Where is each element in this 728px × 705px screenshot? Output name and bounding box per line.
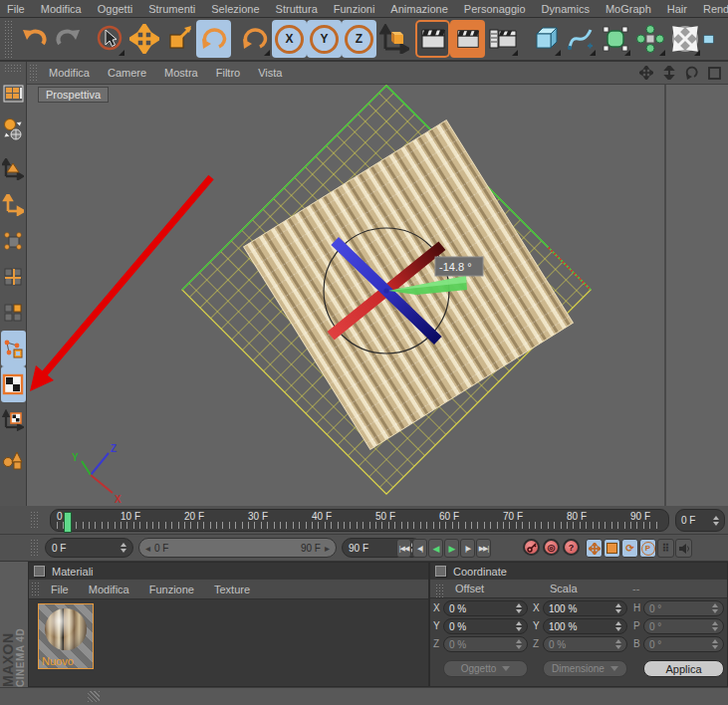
point-mode-button[interactable] [1,223,26,259]
previous-frame-button[interactable]: ◀| [412,539,427,558]
scale-z-field[interactable]: 0 % [543,636,627,652]
menu-struttura[interactable]: Struttura [276,3,318,15]
layout-grid-button[interactable] [1,76,26,112]
record-keyframe-button[interactable] [523,539,540,556]
add-spline-button[interactable] [563,20,598,58]
object-library-button[interactable] [1,442,26,478]
vp-menu-camere[interactable]: Camere [108,67,146,79]
materials-menu-grip[interactable] [31,582,41,596]
materials-list[interactable]: Nuovo [29,599,428,686]
viewport-canvas[interactable]: -14.8 ° Z Y X [27,85,728,506]
viewport-maximize-icon[interactable] [707,66,722,81]
material-item[interactable]: Nuovo [38,603,94,669]
menu-dynamics[interactable]: Dynamics [542,3,590,15]
sound-toggle[interactable] [675,539,692,558]
mat-menu-texture[interactable]: Texture [214,584,250,595]
applica-button[interactable]: Applica [643,660,724,677]
range-right-arrow-icon[interactable]: ▸ [325,543,330,554]
menu-selezione[interactable]: Selezione [211,3,259,15]
coordinate-system-button[interactable] [376,20,411,58]
mat-menu-modifica[interactable]: Modifica [89,584,129,595]
camera-label[interactable]: Prospettiva [38,87,109,103]
timeline-ruler[interactable]: 0 F 10 F 20 F 30 F 40 F 50 F 60 F 70 F 8… [50,509,669,532]
field-spinner[interactable] [610,639,621,649]
status-grip[interactable] [88,691,100,702]
field-spinner[interactable] [707,639,718,649]
key-position-toggle[interactable] [586,539,603,558]
redo-button[interactable] [51,20,86,58]
active-tool-rotate-button[interactable] [237,20,272,58]
coordinate-titlebar[interactable]: Coordinate [430,563,727,580]
timeline-playhead[interactable] [64,512,72,533]
offset-x-field[interactable]: 0 % [443,600,528,616]
render-settings-button[interactable] [485,20,520,58]
key-parameter-toggle[interactable]: P [639,539,656,558]
edge-mode-button[interactable] [1,259,26,295]
vp-menu-filtro[interactable]: Filtro [216,67,240,79]
go-to-start-button[interactable]: |◀◀ [396,539,411,558]
mat-menu-funzione[interactable]: Funzione [149,584,194,595]
y-axis-lock-button[interactable]: Y [307,20,342,58]
field-spinner[interactable] [610,621,621,631]
preview-range-slider[interactable]: ◂ 0 F 90 F ▸ [138,538,337,558]
vp-menu-modifica[interactable]: Modifica [49,67,90,79]
scale-y-field[interactable]: 100 % [543,618,627,634]
frame-field-spinner[interactable] [116,543,126,553]
sidebar-grip[interactable] [4,64,22,73]
materials-titlebar[interactable]: Materiali [29,563,428,580]
model-mode-button[interactable] [1,151,26,187]
key-pla-toggle[interactable]: ⠿ [657,539,674,558]
field-spinner[interactable] [707,621,718,631]
offset-y-field[interactable]: 0 % [443,618,528,634]
mat-menu-file[interactable]: File [51,584,69,595]
dimensione-dropdown[interactable]: Dimensione [543,660,627,677]
transport-grip[interactable] [30,539,40,557]
menu-mograph[interactable]: MoGraph [606,3,651,15]
p-field[interactable]: 0 ° [643,618,724,634]
coordinate-grip[interactable] [435,584,445,597]
key-rotation-toggle[interactable]: ⟳ [621,539,638,558]
play-backward-button[interactable]: ◀ [428,539,443,558]
menu-rendering[interactable]: Rendering [703,3,728,15]
viewport-zoom-icon[interactable] [661,66,676,81]
menu-personaggio[interactable]: Personaggio [464,3,526,15]
add-primitive-cube-button[interactable] [528,20,563,58]
x-axis-lock-button[interactable]: X [272,20,307,58]
h-field[interactable]: 0 ° [643,600,724,616]
vp-menu-mostra[interactable]: Mostra [164,67,198,79]
menu-oggetti[interactable]: Oggetti [98,3,132,15]
field-spinner[interactable] [511,621,522,631]
field-spinner[interactable] [511,603,522,613]
menu-funzioni[interactable]: Funzioni [334,3,375,15]
make-editable-button[interactable] [1,112,26,147]
polygon-mode-button[interactable] [1,295,26,331]
live-selection-button[interactable] [92,20,126,58]
rotate-tool-button[interactable] [196,20,231,58]
help-button[interactable]: ? [563,539,580,556]
add-deformer-button[interactable] [667,20,702,58]
frame-field[interactable]: 0 F [45,538,133,558]
current-frame-field[interactable]: 0 F [675,509,725,532]
menu-animazione[interactable]: Animazione [390,3,447,15]
vp-menu-vista[interactable]: Vista [258,67,282,79]
timeline-grip[interactable] [30,511,40,529]
uv-edit-mode-button[interactable] [1,331,26,366]
viewport-menu-grip[interactable] [29,64,39,82]
menu-strumenti[interactable]: Strumenti [148,3,195,15]
clipped-toolbar-button[interactable] [702,20,716,58]
scale-tool-button[interactable] [161,20,196,58]
move-tool-button[interactable] [126,20,161,58]
play-forward-button[interactable]: ▶ [444,539,459,558]
toolbar-grip[interactable] [4,20,14,58]
object-axis-mode-button[interactable] [1,187,26,223]
field-spinner[interactable] [511,639,522,649]
field-spinner[interactable] [707,603,718,613]
menu-modifica[interactable]: Modifica [41,3,82,15]
field-spinner[interactable] [610,603,621,613]
key-scale-toggle[interactable] [604,539,620,558]
menu-hair[interactable]: Hair [667,3,687,15]
texture-mode-button[interactable] [1,366,26,402]
autokey-button[interactable]: ◎ [543,539,560,556]
viewport-pan-icon[interactable] [638,66,653,81]
oggetto-dropdown[interactable]: Oggetto [443,660,528,677]
